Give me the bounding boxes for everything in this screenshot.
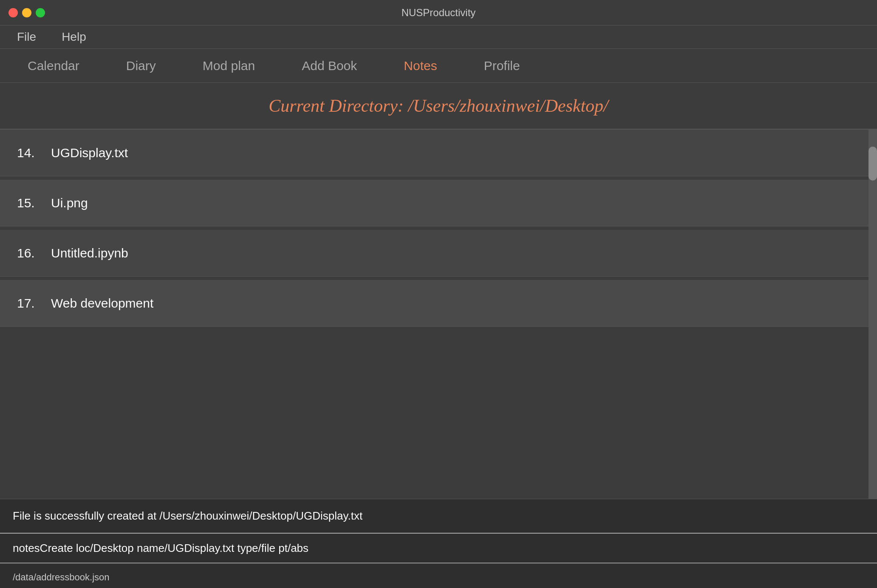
footer-text: /data/addressbook.json	[13, 572, 110, 583]
file-name-16: Untitled.ipynb	[51, 246, 128, 260]
file-number-17: 17.	[17, 296, 51, 311]
window-controls	[8, 8, 45, 17]
menu-file[interactable]: File	[13, 28, 40, 46]
nav-addbook[interactable]: Add Book	[295, 55, 363, 76]
file-item-15[interactable]: 15. Ui.png	[0, 180, 869, 226]
minimize-button[interactable]	[22, 8, 31, 17]
main-content: 14. UGDisplay.txt 15. Ui.png 16. Untitle…	[0, 130, 877, 499]
command-text: notesCreate loc/Desktop name/UGDisplay.t…	[13, 542, 308, 555]
menu-help[interactable]: Help	[57, 28, 91, 46]
title-bar: NUSProductivity	[0, 0, 877, 25]
file-list[interactable]: 14. UGDisplay.txt 15. Ui.png 16. Untitle…	[0, 130, 869, 499]
nav-profile[interactable]: Profile	[478, 55, 526, 76]
command-bar[interactable]: notesCreate loc/Desktop name/UGDisplay.t…	[0, 533, 877, 563]
status-message: File is successfully created at /Users/z…	[13, 509, 362, 523]
file-name-14: UGDisplay.txt	[51, 146, 128, 160]
scrollbar-thumb[interactable]	[869, 147, 877, 181]
directory-header: Current Directory: /Users/zhouxinwei/Des…	[0, 83, 877, 130]
file-name-17: Web development	[51, 296, 153, 311]
nav-modplan[interactable]: Mod plan	[196, 55, 261, 76]
file-number-16: 16.	[17, 246, 51, 260]
maximize-button[interactable]	[36, 8, 45, 17]
file-number-14: 14.	[17, 146, 51, 160]
window-title: NUSProductivity	[402, 7, 476, 19]
scrollbar-track[interactable]	[869, 130, 877, 499]
file-item-16[interactable]: 16. Untitled.ipynb	[0, 230, 869, 277]
status-bar: File is successfully created at /Users/z…	[0, 499, 877, 533]
menu-bar: File Help	[0, 25, 877, 49]
nav-notes[interactable]: Notes	[397, 55, 443, 76]
file-number-15: 15.	[17, 196, 51, 210]
nav-calendar[interactable]: Calendar	[21, 55, 86, 76]
directory-label: Current Directory: /Users/zhouxinwei/Des…	[269, 96, 608, 116]
file-item-14[interactable]: 14. UGDisplay.txt	[0, 130, 869, 176]
file-name-15: Ui.png	[51, 196, 88, 210]
nav-diary[interactable]: Diary	[120, 55, 162, 76]
file-item-17[interactable]: 17. Web development	[0, 280, 869, 327]
footer-bar: /data/addressbook.json	[0, 563, 877, 588]
close-button[interactable]	[8, 8, 18, 17]
nav-bar: Calendar Diary Mod plan Add Book Notes P…	[0, 49, 877, 83]
